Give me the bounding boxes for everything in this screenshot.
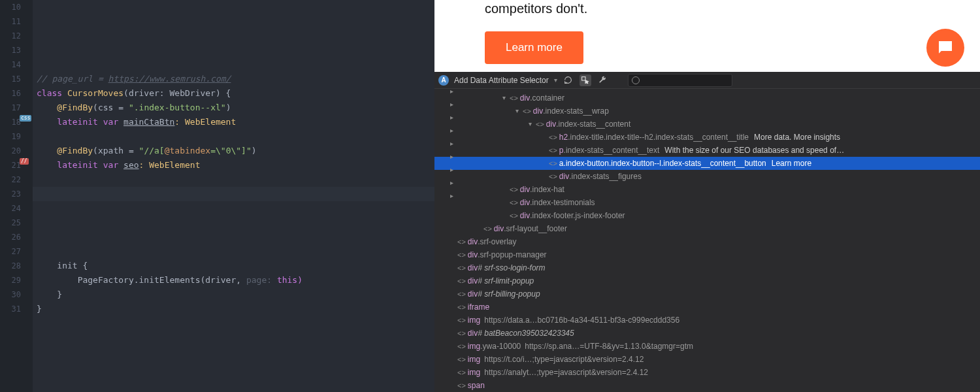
inspect-icon[interactable]	[580, 74, 591, 86]
line-number: 10	[0, 0, 33, 14]
code-line[interactable]: lateinit var seo: WebElement	[33, 158, 434, 172]
dom-node[interactable]: <>div.index-testimonials	[434, 196, 980, 209]
code-area[interactable]: // page_url = https://www.semrush.com/cl…	[33, 0, 434, 392]
expand-chevron-icon[interactable]	[513, 105, 521, 118]
xpath-hint-icon[interactable]: //	[20, 153, 29, 162]
preview-text: competitors don't.	[485, 0, 980, 17]
code-line[interactable]: @FindBy(xpath = "//a[@tabindex=\"0\"]")	[33, 144, 434, 158]
dom-node[interactable]: <>div.index-stats__content	[434, 118, 980, 131]
devtools-panel: A Add Data Attribute Selector ▾ <>div.co…	[434, 72, 980, 392]
devtools-search-input[interactable]	[628, 74, 732, 87]
code-line[interactable]: init {	[33, 259, 434, 273]
chevron-down-icon[interactable]: ▾	[554, 76, 557, 84]
line-number: 29	[0, 273, 33, 287]
code-line[interactable]: }	[33, 287, 434, 302]
dom-node[interactable]: <>div.index-footer.js-index-footer	[434, 209, 980, 222]
code-line[interactable]: }	[33, 302, 434, 316]
code-line[interactable]	[33, 14, 434, 29]
dom-node[interactable]: <>img.ywa-10000https://sp.ana…=UTF-8&yv=…	[434, 340, 980, 353]
dom-node[interactable]: <>imghttps://t.co/i…;type=javascript&ver…	[434, 353, 980, 366]
line-number: 14	[0, 57, 33, 72]
line-number: 13	[0, 43, 33, 57]
dom-node[interactable]: <>div.index-stats__figures	[434, 170, 980, 183]
line-number: 11	[0, 14, 33, 29]
dom-node[interactable]: <>div.index-stats__wrap	[434, 105, 980, 118]
css-hint-icon[interactable]: css	[20, 110, 29, 119]
learn-more-button[interactable]: Learn more	[485, 31, 583, 64]
dom-node[interactable]: <>span	[434, 379, 980, 392]
wrench-icon[interactable]	[596, 74, 608, 86]
line-number: 16	[0, 86, 33, 101]
code-line[interactable]: class CursorMoves(driver: WebDriver) {	[33, 86, 434, 101]
code-editor[interactable]: 1011121314151617181920212223242526272829…	[0, 0, 434, 392]
code-line[interactable]	[33, 129, 434, 144]
dom-node[interactable]: <>div# batBeacon395032423345	[434, 327, 980, 340]
dom-node[interactable]: <>div# srf-limit-popup	[434, 274, 980, 287]
code-line[interactable]	[33, 172, 434, 187]
code-line[interactable]	[33, 29, 434, 43]
refresh-icon[interactable]	[563, 74, 574, 86]
dom-tree[interactable]: <>div.container<>div.index-stats__wrap<>…	[434, 89, 980, 392]
code-line[interactable]: lateinit var mainCtaBtn: WebElement	[33, 115, 434, 129]
line-number: 12	[0, 29, 33, 43]
chat-icon[interactable]	[926, 29, 964, 67]
dom-node[interactable]: <>p.index-stats__content__textWith the s…	[434, 144, 980, 157]
code-line[interactable]	[33, 216, 434, 230]
code-line[interactable]	[33, 0, 434, 14]
dom-node[interactable]: <>div.index-hat	[434, 183, 980, 196]
code-line[interactable]	[33, 57, 434, 72]
dom-node[interactable]: <>iframe	[434, 301, 980, 314]
devtools-toolbar: A Add Data Attribute Selector ▾	[434, 72, 980, 89]
dom-node[interactable]: <>imghttps://data.a…bc0716b-4a34-4511-bf…	[434, 314, 980, 327]
dom-node[interactable]: <>div# srf-billing-popup	[434, 287, 980, 301]
dom-node[interactable]: <>div.srf-popup-manager	[434, 248, 980, 261]
dom-node[interactable]: <>div.container	[434, 91, 980, 105]
browser-preview[interactable]: competitors don't. Learn more	[434, 0, 980, 72]
line-number: 25	[0, 216, 33, 230]
code-line[interactable]	[33, 244, 434, 259]
line-number: 15	[0, 72, 33, 86]
expand-chevron-icon[interactable]	[526, 118, 534, 131]
code-line[interactable]	[33, 187, 434, 201]
expand-chevron-icon[interactable]	[448, 189, 455, 392]
svg-rect-0	[582, 77, 585, 80]
line-number: 19	[0, 129, 33, 144]
dom-node[interactable]: <>a.index-button.index-button--l.index-s…	[434, 157, 980, 170]
line-number: 26	[0, 230, 33, 244]
line-number: 23	[0, 187, 33, 201]
dom-node[interactable]: <>h2.index-title.index-title--h2.index-s…	[434, 131, 980, 144]
add-selector-label[interactable]: Add Data Attribute Selector	[454, 76, 549, 85]
line-number: 28	[0, 259, 33, 273]
line-number: 24	[0, 201, 33, 216]
selector-badge-icon: A	[438, 75, 449, 86]
code-line[interactable]	[33, 43, 434, 57]
line-number: 22	[0, 172, 33, 187]
line-number: 31	[0, 302, 33, 316]
line-number: 30	[0, 287, 33, 302]
code-line[interactable]: PageFactory.initElements(driver, page: t…	[33, 273, 434, 287]
code-line[interactable]	[33, 230, 434, 244]
line-number: 27	[0, 244, 33, 259]
dom-node[interactable]: <>div.srf-layout__footer	[434, 222, 980, 235]
code-line[interactable]: // page_url = https://www.semrush.com/	[33, 72, 434, 86]
dom-node[interactable]: <>div.srf-overlay	[434, 235, 980, 248]
right-pane: competitors don't. Learn more A Add Data…	[434, 0, 980, 392]
code-line[interactable]: @FindBy(css = ".index-button--xl")	[33, 101, 434, 115]
line-gutter: 1011121314151617181920212223242526272829…	[0, 0, 33, 392]
dom-node[interactable]: <>imghttps://analyt…;type=javascript&ver…	[434, 366, 980, 379]
code-line[interactable]	[33, 201, 434, 216]
dom-node[interactable]: <>div# srf-sso-login-form	[434, 261, 980, 274]
